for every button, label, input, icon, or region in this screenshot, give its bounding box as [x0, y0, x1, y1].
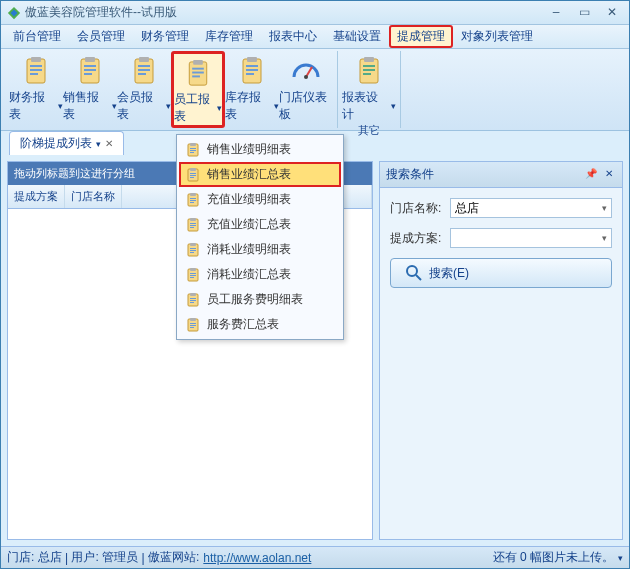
window-title: 傲蓝美容院管理软件--试用版 — [25, 4, 545, 21]
panel-close-icon[interactable]: ✕ — [602, 168, 616, 182]
menu-item[interactable]: 提成管理 — [389, 25, 453, 48]
dropdown-item[interactable]: 销售业绩明细表 — [179, 137, 341, 162]
svg-rect-65 — [190, 277, 194, 278]
search-button[interactable]: 搜索(E) — [390, 258, 612, 288]
tab-close-icon[interactable]: ✕ — [105, 138, 113, 149]
clipboard-icon — [185, 317, 201, 333]
dropdown-item[interactable]: 充值业绩汇总表 — [179, 212, 341, 237]
svg-rect-45 — [190, 177, 194, 178]
column-header[interactable]: 门店名称 — [65, 185, 122, 208]
dropdown-item[interactable]: 服务费汇总表 — [179, 312, 341, 337]
svg-rect-54 — [190, 225, 196, 226]
svg-rect-69 — [190, 300, 196, 301]
tab-commission-list[interactable]: 阶梯提成列表 ▾ ✕ — [9, 131, 124, 155]
member-report-button[interactable]: 会员报表▾ — [117, 51, 171, 128]
svg-rect-43 — [190, 173, 196, 174]
menu-item[interactable]: 会员管理 — [69, 25, 133, 48]
svg-rect-23 — [247, 57, 257, 62]
svg-rect-6 — [30, 73, 38, 75]
chevron-down-icon: ▾ — [96, 139, 101, 149]
status-upload: 还有 0 幅图片未上传。 — [493, 549, 614, 566]
finance-report-button[interactable]: 财务报表▾ — [9, 51, 63, 128]
dropdown-item[interactable]: 员工服务费明细表 — [179, 287, 341, 312]
search-panel-title: 搜索条件 — [386, 166, 434, 183]
clipboard-icon — [185, 292, 201, 308]
clipboard-icon — [128, 55, 160, 87]
svg-rect-38 — [190, 148, 196, 149]
search-panel: 搜索条件 📌 ✕ 门店名称: 总店 ▾ 提成方案: — [379, 161, 623, 540]
svg-rect-47 — [190, 193, 196, 196]
svg-rect-8 — [85, 57, 95, 62]
svg-rect-39 — [190, 150, 196, 151]
svg-rect-48 — [190, 198, 196, 199]
svg-rect-72 — [190, 318, 196, 321]
pin-icon[interactable]: 📌 — [584, 168, 598, 182]
svg-rect-25 — [246, 69, 258, 71]
clipboard-icon — [74, 55, 106, 87]
toolbar-button-label: 销售报表 — [63, 89, 110, 123]
chevron-down-icon: ▾ — [602, 203, 607, 213]
chevron-down-icon: ▾ — [391, 101, 396, 111]
minimize-button[interactable]: – — [545, 5, 567, 21]
svg-rect-32 — [363, 69, 375, 71]
staff-report-button[interactable]: 员工报表▾ — [171, 51, 225, 128]
svg-rect-42 — [190, 168, 196, 171]
close-button[interactable]: ✕ — [601, 5, 623, 21]
menu-item[interactable]: 对象列表管理 — [453, 25, 541, 48]
svg-rect-60 — [190, 252, 194, 253]
menu-item[interactable]: 财务管理 — [133, 25, 197, 48]
sales-report-button[interactable]: 销售报表▾ — [63, 51, 117, 128]
chevron-down-icon: ▾ — [602, 233, 607, 243]
search-button-label: 搜索(E) — [429, 265, 469, 282]
svg-rect-73 — [190, 323, 196, 324]
status-store-value: 总店 — [38, 549, 62, 566]
toolbar-button-label: 会员报表 — [117, 89, 164, 123]
menu-item[interactable]: 基础设置 — [325, 25, 389, 48]
status-site-link[interactable]: http://www.aolan.net — [203, 551, 311, 565]
svg-rect-74 — [190, 325, 196, 326]
svg-rect-15 — [138, 69, 150, 71]
dropdown-item[interactable]: 消耗业绩汇总表 — [179, 262, 341, 287]
menu-item[interactable]: 库存管理 — [197, 25, 261, 48]
clipboard-icon — [353, 55, 385, 87]
svg-rect-18 — [193, 60, 203, 65]
svg-rect-21 — [192, 75, 200, 77]
svg-rect-33 — [363, 73, 371, 75]
svg-rect-59 — [190, 250, 196, 251]
clipboard-icon — [185, 267, 201, 283]
dropdown-item-label: 销售业绩汇总表 — [207, 166, 291, 183]
svg-rect-55 — [190, 227, 194, 228]
chevron-down-icon: ▾ — [217, 103, 222, 113]
status-user-value: 管理员 — [102, 549, 138, 566]
dropdown-item-label: 充值业绩明细表 — [207, 191, 291, 208]
toolbar-button-label: 库存报表 — [225, 89, 272, 123]
dropdown-item[interactable]: 销售业绩汇总表 — [179, 162, 341, 187]
svg-rect-9 — [84, 65, 96, 67]
dashboard-button[interactable]: 门店仪表板 — [279, 51, 333, 128]
tab-label: 阶梯提成列表 — [20, 135, 92, 152]
dropdown-item[interactable]: 消耗业绩明细表 — [179, 237, 341, 262]
svg-rect-10 — [84, 69, 96, 71]
report-design-button[interactable]: 报表设计▾ — [342, 51, 396, 123]
titlebar: 傲蓝美容院管理软件--试用版 – ▭ ✕ — [1, 1, 629, 25]
svg-rect-19 — [192, 68, 204, 70]
store-select[interactable]: 总店 ▾ — [450, 198, 612, 218]
column-header[interactable]: 提成方案 — [8, 185, 65, 208]
menu-item[interactable]: 前台管理 — [5, 25, 69, 48]
maximize-button[interactable]: ▭ — [573, 5, 595, 21]
dropdown-item-label: 销售业绩明细表 — [207, 141, 291, 158]
svg-rect-49 — [190, 200, 196, 201]
svg-rect-16 — [138, 73, 146, 75]
stock-report-button[interactable]: 库存报表▾ — [225, 51, 279, 128]
menubar: 前台管理会员管理财务管理库存管理报表中心基础设置提成管理对象列表管理 — [1, 25, 629, 49]
plan-select[interactable]: ▾ — [450, 228, 612, 248]
svg-rect-68 — [190, 298, 196, 299]
clipboard-icon — [185, 192, 201, 208]
search-icon — [405, 264, 423, 282]
statusbar: 门店: 总店 | 用户: 管理员 | 傲蓝网站: http://www.aola… — [1, 546, 629, 568]
dropdown-item[interactable]: 充值业绩明细表 — [179, 187, 341, 212]
svg-rect-67 — [190, 293, 196, 296]
toolbar-button-label: 门店仪表板 — [279, 89, 333, 123]
store-label: 门店名称: — [390, 200, 450, 217]
menu-item[interactable]: 报表中心 — [261, 25, 325, 48]
